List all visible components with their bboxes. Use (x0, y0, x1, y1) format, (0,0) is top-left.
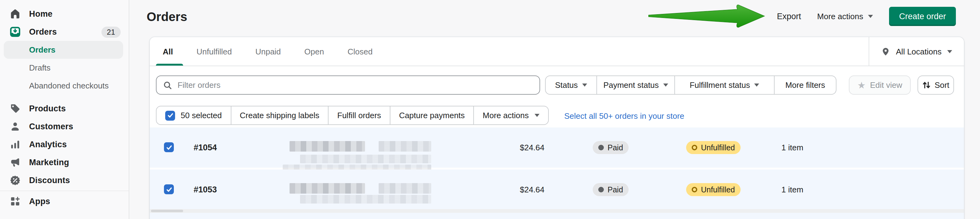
edit-view-button[interactable]: ★ Edit view (849, 76, 911, 95)
order-total: $24.64 (495, 143, 544, 152)
redacted-customer (379, 141, 431, 152)
orders-count-badge: 21 (101, 26, 121, 37)
sidebar-subitem-orders[interactable]: Orders (4, 41, 123, 59)
horizontal-scrollbar[interactable] (150, 209, 964, 213)
scrollbar-thumb[interactable] (151, 210, 183, 212)
filled-circle-icon (598, 145, 604, 150)
sidebar-item-discounts[interactable]: Discounts (0, 171, 129, 189)
discounts-percent-icon (9, 175, 21, 186)
sidebar-item-analytics[interactable]: Analytics (0, 135, 129, 154)
more-filters-button[interactable]: More filters (775, 76, 837, 95)
location-pin-icon (881, 47, 890, 56)
order-number: #1053 (194, 185, 217, 194)
tab-unpaid[interactable]: Unpaid (255, 47, 281, 56)
select-all-checkbox[interactable] (165, 110, 175, 120)
chevron-down-icon (754, 84, 759, 87)
create-shipping-labels-button[interactable]: Create shipping labels (231, 106, 329, 125)
chevron-down-icon (947, 50, 952, 53)
sidebar-subitem-abandoned-checkouts[interactable]: Abandoned checkouts (0, 77, 129, 95)
fulfillment-status-filter-button[interactable]: Fulfillment status (675, 76, 775, 95)
chevron-down-icon (582, 84, 587, 87)
filter-bar: Status Payment status Fulfillment status… (150, 66, 964, 104)
orders-icon (9, 26, 21, 38)
fulfillment-status-badge: Unfulfilled (686, 141, 741, 154)
filled-circle-icon (598, 187, 604, 192)
fulfill-orders-button[interactable]: Fulfill orders (329, 106, 390, 125)
header-actions: Export More actions Create order (777, 0, 956, 32)
order-row-1054[interactable]: #1054 $24.64 Paid Unfulfilled 1 item (150, 127, 964, 168)
sidebar-item-apps[interactable]: Apps (0, 192, 129, 210)
open-circle-icon (692, 145, 697, 150)
tabs-bar: All Unfulfilled Unpaid Open Closed All L… (150, 37, 964, 66)
redacted-date (290, 183, 365, 194)
filter-orders-input[interactable] (178, 76, 539, 94)
selected-count-button[interactable]: 50 selected (156, 106, 231, 125)
order-total: $24.64 (495, 185, 544, 194)
tab-unfulfilled[interactable]: Unfulfilled (196, 47, 232, 56)
annotation-arrow-icon (645, 3, 770, 30)
create-order-button[interactable]: Create order (889, 6, 956, 26)
chevron-down-icon (868, 14, 873, 17)
select-all-orders-link[interactable]: Select all 50+ orders in your store (564, 104, 684, 127)
sidebar-spacer (0, 95, 129, 100)
redacted-customer (379, 183, 431, 194)
fulfillment-status-badge: Unfulfilled (686, 183, 741, 196)
row-checkbox[interactable] (164, 142, 174, 152)
payment-status-badge: Paid (593, 141, 628, 154)
sidebar: Home Orders 21 Orders Drafts Abandoned c… (0, 0, 129, 219)
order-items-count: 1 item (781, 185, 803, 194)
sidebar-subitem-drafts[interactable]: Drafts (0, 59, 129, 77)
sort-button[interactable]: Sort (918, 76, 954, 95)
bulk-more-actions-button[interactable]: More actions (474, 106, 549, 125)
sidebar-item-marketing[interactable]: Marketing (0, 154, 129, 171)
search-icon (163, 80, 173, 90)
sidebar-item-orders[interactable]: Orders 21 (0, 23, 129, 41)
orders-table: #1054 $24.64 Paid Unfulfilled 1 item (150, 127, 964, 219)
star-icon: ★ (858, 81, 866, 90)
sidebar-item-products[interactable]: Products (0, 100, 129, 117)
sidebar-item-customers[interactable]: Customers (0, 117, 129, 135)
export-button[interactable]: Export (777, 11, 801, 21)
apps-grid-icon (9, 195, 21, 207)
next-row-partial (150, 213, 964, 219)
search-box (156, 76, 540, 95)
marketing-megaphone-icon (9, 157, 21, 168)
page-title: Orders (146, 10, 187, 24)
filter-button-group: Status Payment status Fulfillment status… (545, 76, 837, 95)
location-selector[interactable]: All Locations (869, 37, 964, 66)
sidebar-item-home[interactable]: Home (0, 5, 129, 23)
customers-icon (9, 121, 21, 132)
sidebar-item-label: Home (29, 9, 52, 19)
orders-card: All Unfulfilled Unpaid Open Closed All L… (150, 37, 964, 219)
page-header: Orders Export More actions Create order (129, 0, 980, 37)
active-tab-indicator (156, 64, 183, 65)
orders-admin-page: Home Orders 21 Orders Drafts Abandoned c… (0, 0, 980, 219)
more-actions-button[interactable]: More actions (817, 11, 873, 21)
sort-arrows-icon (922, 81, 930, 90)
chevron-down-icon (534, 114, 539, 117)
order-row-1053[interactable]: #1053 $24.64 Paid Unfulfilled 1 item (150, 170, 964, 209)
sidebar-item-label: Orders (29, 27, 57, 36)
payment-status-badge: Paid (593, 183, 628, 196)
open-circle-icon (692, 187, 697, 192)
status-filter-button[interactable]: Status (545, 76, 597, 95)
row-checkbox[interactable] (164, 184, 174, 194)
chevron-down-icon (663, 84, 668, 87)
home-icon (9, 8, 21, 20)
payment-status-filter-button[interactable]: Payment status (597, 76, 675, 95)
tab-open[interactable]: Open (304, 47, 324, 56)
tab-all[interactable]: All (163, 47, 173, 56)
tab-closed[interactable]: Closed (347, 47, 372, 56)
bulk-actions-bar: 50 selected Create shipping labels Fulfi… (150, 104, 964, 127)
bulk-actions-group: 50 selected Create shipping labels Fulfi… (156, 106, 549, 125)
redacted-detail (300, 195, 431, 203)
redacted-date (290, 141, 365, 152)
analytics-bars-icon (9, 138, 21, 150)
order-items-count: 1 item (781, 143, 803, 152)
sidebar-divider (0, 190, 129, 191)
capture-payments-button[interactable]: Capture payments (390, 106, 474, 125)
redacted-detail (300, 155, 431, 163)
products-tag-icon (9, 103, 21, 114)
order-number: #1054 (194, 143, 217, 152)
